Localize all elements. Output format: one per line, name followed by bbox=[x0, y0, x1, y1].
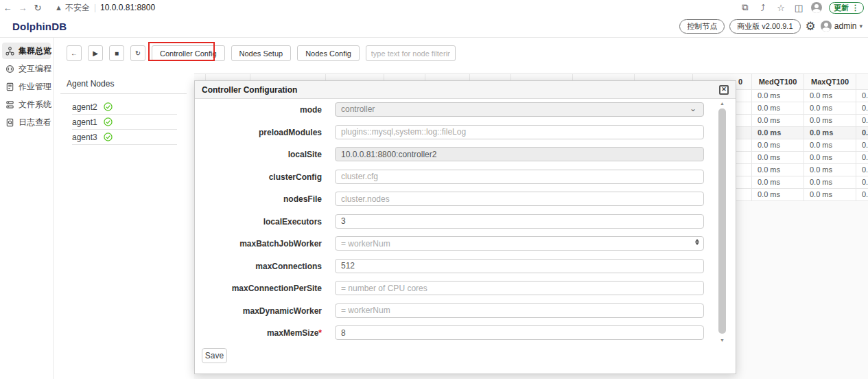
sidebar-item-4[interactable]: 文件系统 bbox=[2, 96, 51, 113]
sidebar-item-1[interactable]: 集群总览 bbox=[2, 43, 51, 59]
bookmark-star-icon[interactable]: ☆ bbox=[775, 3, 786, 13]
status-ok-icon bbox=[104, 117, 113, 126]
start-button[interactable]: ▶ bbox=[88, 45, 103, 61]
field-label-preloadModules: preloadModules bbox=[259, 128, 322, 137]
modal-body: mode controller⌄ preloadModules localSit… bbox=[195, 99, 736, 350]
scroll-down-icon[interactable]: ▼ bbox=[718, 337, 726, 344]
refresh-button[interactable]: ↻ bbox=[130, 45, 145, 61]
field-maxConnections-input[interactable] bbox=[335, 259, 704, 273]
close-icon[interactable]: ✕ bbox=[719, 85, 729, 95]
form-row: maxConnections bbox=[195, 259, 736, 282]
stop-button[interactable]: ■ bbox=[109, 45, 124, 61]
modal-scrollbar[interactable]: ▲ ▼ bbox=[718, 100, 726, 344]
node-filter-input[interactable] bbox=[366, 45, 456, 61]
save-button[interactable]: Save bbox=[202, 348, 227, 363]
nodes-config-button[interactable]: Nodes Config bbox=[297, 45, 360, 61]
field-label-nodesFile: nodesFile bbox=[283, 194, 322, 204]
field-label-maxConnections: maxConnections bbox=[255, 262, 322, 271]
modal-title: Controller Configuration bbox=[202, 85, 297, 95]
browser-reload-icon[interactable]: ↻ bbox=[30, 3, 45, 13]
jobs-icon bbox=[5, 82, 14, 91]
table-cell: 0.0 ms bbox=[804, 176, 856, 189]
cluster-icon bbox=[5, 47, 14, 56]
security-label: 不安全 bbox=[65, 2, 90, 14]
nodes-setup-button[interactable]: Nodes Setup bbox=[231, 45, 292, 61]
divider: | bbox=[94, 3, 96, 12]
form-row: mode controller⌄ bbox=[195, 102, 736, 125]
field-label-mode: mode bbox=[300, 105, 322, 115]
scroll-up-icon[interactable]: ▲ bbox=[718, 100, 726, 107]
field-maxBatchJobWorker-input[interactable] bbox=[335, 236, 704, 251]
table-cell: 0.0 ms bbox=[752, 127, 804, 139]
sidebar-item-label: 日志查看 bbox=[19, 117, 51, 128]
table-cell: 0.0 ms bbox=[804, 189, 856, 201]
field-clusterConfig-input[interactable] bbox=[335, 170, 704, 184]
agent-row[interactable]: agent1 bbox=[72, 115, 177, 130]
browser-update-button[interactable]: 更新 ⋮ bbox=[829, 2, 864, 14]
field-maxMemSize-input[interactable] bbox=[335, 325, 704, 340]
agent-row[interactable]: agent3 bbox=[72, 130, 177, 145]
sidebar: 集群总览 交互编程 作业管理 文件系统 日志查看 bbox=[0, 38, 54, 379]
table-cell: 0.0 ms bbox=[804, 139, 856, 152]
media-icon[interactable]: ⧉ bbox=[740, 2, 751, 13]
field-label-maxBatchJobWorker: maxBatchJobWorker bbox=[239, 239, 322, 249]
browser-profile-avatar[interactable] bbox=[811, 2, 822, 13]
table-cell: 0.0 ms bbox=[804, 152, 856, 164]
sidebar-item-2[interactable]: 交互编程 bbox=[2, 60, 51, 77]
field-label-maxConnectionPerSite: maxConnectionPerSite bbox=[232, 284, 322, 293]
table-cell: 0.0 ms bbox=[804, 102, 856, 115]
table-cell: 0.0 ms bbox=[856, 127, 868, 139]
browser-forward-icon[interactable]: → bbox=[15, 3, 30, 13]
field-preloadModules-input[interactable] bbox=[335, 125, 704, 139]
sidebar-item-label: 文件系统 bbox=[19, 99, 51, 111]
form-row: maxMemSize* bbox=[195, 325, 736, 348]
table-cell: 0.0 ms bbox=[804, 90, 856, 102]
security-indicator[interactable]: ▲ 不安全 bbox=[55, 2, 90, 14]
gear-icon[interactable]: ⚙ bbox=[806, 21, 816, 32]
user-avatar bbox=[821, 21, 832, 32]
browser-back-icon[interactable]: ← bbox=[0, 3, 15, 13]
scrollbar-thumb[interactable] bbox=[718, 108, 726, 334]
field-localSite-input[interactable] bbox=[335, 147, 704, 161]
number-spinner-icon[interactable] bbox=[695, 239, 699, 245]
table-cell: 0.0 ms bbox=[752, 90, 804, 102]
status-ok-icon bbox=[104, 133, 113, 141]
field-label-clusterConfig: clusterConfig bbox=[269, 172, 322, 182]
field-maxConnectionPerSite-input[interactable] bbox=[335, 281, 704, 295]
form-row: clusterConfig bbox=[195, 170, 736, 192]
status-ok-icon bbox=[104, 102, 113, 111]
controller-node-pill[interactable]: 控制节点 bbox=[679, 19, 725, 34]
form-row: maxConnectionPerSite bbox=[195, 281, 736, 303]
controller-config-button[interactable]: Controller Config bbox=[152, 45, 225, 61]
field-maxDynamicWorker-input[interactable] bbox=[335, 303, 704, 318]
table-cell: MedQT100 bbox=[752, 73, 804, 90]
field-mode-select[interactable]: controller⌄ bbox=[335, 102, 704, 117]
field-localExecutors-input[interactable] bbox=[335, 214, 704, 229]
agent-nodes-panel: Agent Nodes agent2 agent1 agent3 bbox=[60, 76, 187, 145]
chevron-down-icon: ⌄ bbox=[690, 104, 696, 113]
edition-version-pill[interactable]: 商业版 v2.00.9.1 bbox=[729, 19, 800, 34]
browser-menu-icon[interactable]: ⋮ bbox=[852, 3, 859, 12]
share-icon[interactable]: ⤴ bbox=[758, 3, 769, 13]
form-row: maxBatchJobWorker bbox=[195, 236, 736, 259]
table-cell: 0.0 ms bbox=[752, 189, 804, 201]
address-url[interactable]: 10.0.0.81:8800 bbox=[100, 3, 155, 12]
sidebar-item-3[interactable]: 作业管理 bbox=[2, 78, 51, 95]
code-icon bbox=[5, 65, 14, 73]
agent-row[interactable]: agent2 bbox=[72, 100, 177, 115]
table-cell: MaxQT100 bbox=[804, 73, 856, 90]
side-panel-icon[interactable]: ◫ bbox=[793, 3, 804, 13]
app-header: DolphinDB 控制节点 商业版 v2.00.9.1 ⚙ admin ▾ bbox=[0, 15, 868, 38]
field-nodesFile-input[interactable] bbox=[335, 192, 704, 206]
dolphindb-logo: DolphinDB bbox=[12, 21, 67, 32]
field-label-localSite: localSite bbox=[288, 150, 322, 159]
agent-name: agent1 bbox=[72, 117, 97, 127]
user-menu[interactable]: admin ▾ bbox=[821, 21, 863, 32]
sidebar-item-5[interactable]: 日志查看 bbox=[2, 114, 51, 130]
toolbar: ← ▶ ■ ↻ Controller Config Nodes Setup No… bbox=[67, 45, 456, 61]
table-cell: 0.0 ms bbox=[856, 152, 868, 164]
sidebar-item-label: 交互编程 bbox=[19, 63, 51, 75]
files-icon bbox=[5, 100, 14, 109]
back-button[interactable]: ← bbox=[67, 45, 82, 61]
modal-header: Controller Configuration ✕ bbox=[195, 81, 736, 99]
